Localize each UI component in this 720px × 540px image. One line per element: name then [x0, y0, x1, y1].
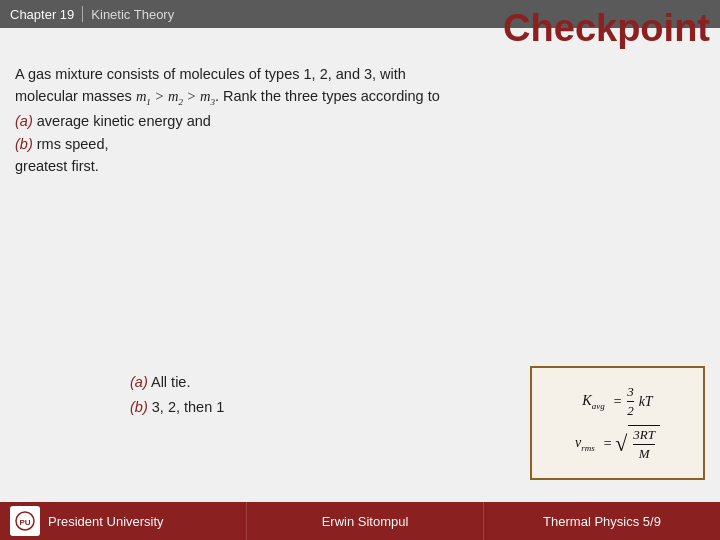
problem-part-a-label: (a)	[15, 113, 33, 129]
vrms-fraction: 3RT M	[633, 427, 655, 462]
problem-line1: A gas mixture consists of molecules of t…	[15, 66, 406, 82]
university-logo: PU	[10, 506, 40, 536]
answer-a-text: All tie.	[148, 374, 191, 390]
footer-author-label: Erwin Sitompul	[322, 514, 409, 529]
logo-icon: PU	[14, 510, 36, 532]
answer-b-row: (b) 3, 2, then 1	[130, 395, 224, 420]
problem-line2-pre: molecular masses	[15, 88, 136, 104]
vrms-lhs: vrms	[575, 435, 595, 453]
checkpoint-title: Checkpoint	[503, 8, 710, 50]
problem-text: A gas mixture consists of molecules of t…	[15, 63, 695, 178]
footer-author: Erwin Sitompul	[247, 502, 483, 540]
problem-part-b-label: (b)	[15, 136, 33, 152]
problem-part-b-text: rms speed,	[33, 136, 109, 152]
vrms-sqrt: √ 3RT M	[615, 425, 660, 462]
formula-kavg: Kavg = 3 2 kT	[546, 384, 689, 419]
footer-course-label: Thermal Physics 5/9	[543, 514, 661, 529]
problem-math: m1 > m2 > m3	[136, 88, 215, 104]
kavg-fraction: 3 2	[627, 384, 634, 419]
problem-line4: greatest first.	[15, 158, 99, 174]
footer: PU President University Erwin Sitompul T…	[0, 502, 720, 540]
chapter-label: Chapter 19	[10, 7, 74, 22]
answer-a-label: (a)	[130, 374, 148, 390]
footer-university: PU President University	[0, 502, 247, 540]
formula-box: Kavg = 3 2 kT vrms = √ 3RT M	[530, 366, 705, 480]
formula-vrms: vrms = √ 3RT M	[546, 425, 689, 462]
answer-section: (a) All tie. (b) 3, 2, then 1	[130, 370, 224, 419]
chapter-subtitle: Kinetic Theory	[91, 7, 174, 22]
kavg-lhs: Kavg	[582, 393, 604, 411]
answer-b-label: (b)	[130, 399, 148, 415]
problem-line2-post: . Rank the three types according to	[215, 88, 440, 104]
main-content: A gas mixture consists of molecules of t…	[0, 28, 720, 188]
problem-part-a-text: average kinetic energy and	[33, 113, 211, 129]
footer-course: Thermal Physics 5/9	[483, 502, 720, 540]
answer-a-row: (a) All tie.	[130, 370, 224, 395]
kavg-var: kT	[639, 394, 653, 410]
svg-text:PU: PU	[19, 518, 30, 527]
header-divider	[82, 6, 83, 22]
footer-university-label: President University	[48, 514, 164, 529]
answer-b-text: 3, 2, then 1	[148, 399, 225, 415]
